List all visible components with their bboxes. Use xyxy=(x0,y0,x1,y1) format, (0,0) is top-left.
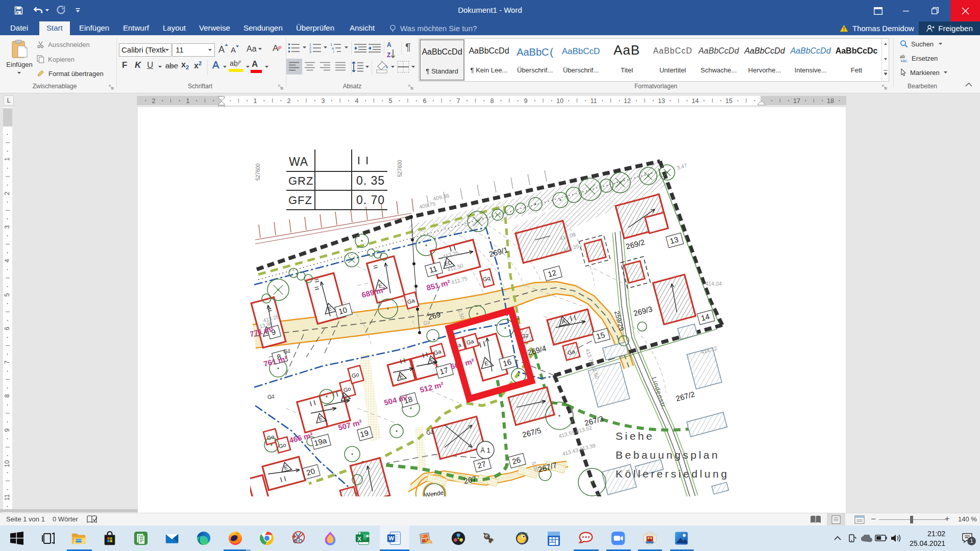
svg-text:267/5: 267/5 xyxy=(521,426,542,439)
svg-text:7: 7 xyxy=(4,360,11,364)
svg-text:9: 9 xyxy=(4,428,11,432)
svg-text:413.55 413.52: 413.55 413.52 xyxy=(558,424,593,439)
svg-text:1: 1 xyxy=(330,43,332,46)
svg-text:1: 1 xyxy=(309,43,311,46)
svg-text:1: 1 xyxy=(254,97,257,105)
svg-text:X: X xyxy=(357,536,361,542)
svg-text:409.75: 409.75 xyxy=(419,201,436,210)
svg-text:11: 11 xyxy=(591,97,597,105)
svg-text:6: 6 xyxy=(4,327,11,330)
svg-text:W: W xyxy=(388,535,394,541)
svg-text:Gz: Gz xyxy=(426,429,434,436)
svg-text:13: 13 xyxy=(658,97,665,105)
svg-text:3: 3 xyxy=(322,97,325,105)
svg-text:7: 7 xyxy=(457,97,460,105)
svg-text:GRZ: GRZ xyxy=(288,174,313,187)
svg-text:3: 3 xyxy=(4,225,11,229)
svg-text:269/2: 269/2 xyxy=(625,238,646,251)
svg-text:I I: I I xyxy=(357,154,370,167)
svg-text:512 m²: 512 m² xyxy=(419,380,445,394)
svg-text:1: 1 xyxy=(4,157,11,161)
svg-text:8: 8 xyxy=(491,97,494,105)
svg-text:527600: 527600 xyxy=(397,160,403,177)
svg-text:0. 35: 0. 35 xyxy=(356,174,385,187)
svg-text:0. 70: 0. 70 xyxy=(356,193,385,207)
svg-text:6: 6 xyxy=(423,97,427,105)
svg-text:Gz: Gz xyxy=(283,347,291,355)
svg-text:Ä 1: Ä 1 xyxy=(480,446,491,454)
svg-text:269/3: 269/3 xyxy=(632,305,653,318)
svg-text:ac: ac xyxy=(902,58,908,62)
svg-text:10: 10 xyxy=(556,97,564,105)
svg-text:a: a xyxy=(332,46,334,50)
svg-text:3: 3 xyxy=(309,50,311,53)
svg-text:15: 15 xyxy=(725,97,732,105)
svg-text:2: 2 xyxy=(309,46,311,50)
svg-text:GFZ: GFZ xyxy=(288,194,312,207)
svg-text:414.04: 414.04 xyxy=(705,281,722,287)
svg-text:12: 12 xyxy=(624,97,631,105)
svg-text:Köllerersiedlung: Köllerersiedlung xyxy=(616,468,729,480)
svg-text:WA: WA xyxy=(289,155,308,168)
svg-text:409.36: 409.36 xyxy=(432,192,450,202)
svg-text:10: 10 xyxy=(4,460,11,467)
svg-text:2: 2 xyxy=(287,97,291,105)
svg-text:11: 11 xyxy=(4,494,11,500)
svg-text:Wende: Wende xyxy=(424,489,445,496)
svg-text:5: 5 xyxy=(4,293,11,296)
svg-text:Gz: Gz xyxy=(267,393,276,400)
svg-text:412.75: 412.75 xyxy=(451,275,468,285)
svg-text:466 m²: 466 m² xyxy=(288,431,314,445)
svg-text:1: 1 xyxy=(186,97,190,105)
svg-text:527600: 527600 xyxy=(255,163,261,181)
svg-text:i: i xyxy=(333,50,334,53)
svg-text:9: 9 xyxy=(524,97,528,105)
svg-text:4: 4 xyxy=(4,259,11,262)
svg-text:2: 2 xyxy=(4,191,11,195)
svg-text:2: 2 xyxy=(152,97,156,105)
svg-text:3.47: 3.47 xyxy=(676,162,688,171)
svg-text:4: 4 xyxy=(355,97,359,105)
svg-text:Bebauungsplan: Bebauungsplan xyxy=(616,449,720,461)
svg-text:Siehe: Siehe xyxy=(616,430,654,442)
svg-text:267/7: 267/7 xyxy=(537,461,558,474)
svg-text:18: 18 xyxy=(827,97,834,105)
svg-text:267/2: 267/2 xyxy=(675,390,696,403)
svg-text:5: 5 xyxy=(389,97,393,105)
svg-text:8: 8 xyxy=(4,394,11,397)
svg-text:17: 17 xyxy=(793,97,800,105)
svg-text:14: 14 xyxy=(692,97,699,105)
